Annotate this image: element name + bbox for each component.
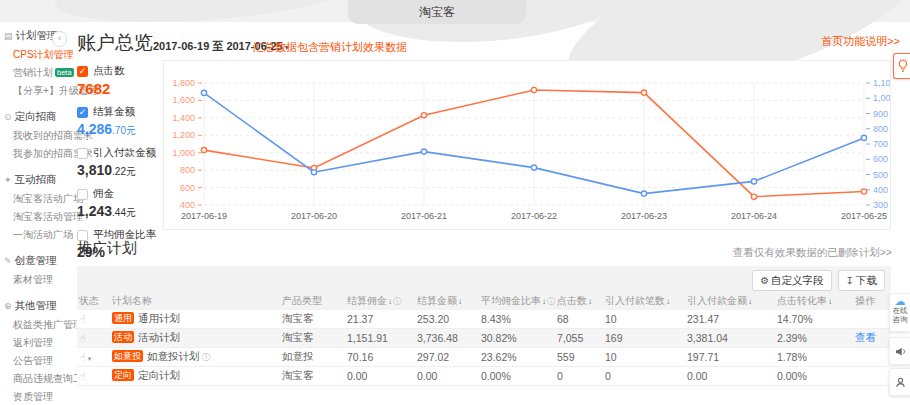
home-help-link[interactable]: 首页功能说明>> bbox=[821, 34, 900, 49]
sidebar-item-activity-plaza[interactable]: 淘宝客活动广场 bbox=[0, 190, 70, 208]
plans-table-body: ☝ 通用通用计划 淘宝客 21.37 253.20 8.43% 68 10 23… bbox=[77, 310, 891, 386]
col-click-cvr[interactable]: 点击转化率↓ bbox=[777, 294, 855, 308]
sidebar-item-joined-requests[interactable]: 我参加的招商需求 bbox=[0, 145, 70, 163]
svg-text:400: 400 bbox=[180, 200, 195, 210]
col-clicks[interactable]: 点击数↓ bbox=[557, 294, 605, 308]
plan-type-badge: 活动 bbox=[112, 331, 134, 343]
sidebar-item-rights-promo[interactable]: 权益类推广管理new bbox=[0, 316, 70, 334]
svg-text:2017-06-24: 2017-06-24 bbox=[731, 211, 777, 221]
metric-clicks-checkbox[interactable]: ✓点击数 bbox=[77, 64, 163, 78]
sidebar-section-creative[interactable]: ✎创意管理 bbox=[0, 251, 70, 271]
contact-person-widget[interactable] bbox=[889, 368, 910, 396]
sort-down-icon: ↓ bbox=[588, 297, 592, 306]
sort-down-icon: ↓ bbox=[666, 297, 670, 306]
metric-commission-checkbox[interactable]: 佣金 bbox=[77, 187, 163, 201]
info-icon: ⓘ bbox=[393, 297, 401, 306]
custom-fields-button[interactable]: ⚙自定义字段 bbox=[752, 270, 831, 291]
sidebar-collapse-icon[interactable]: ‹ bbox=[52, 31, 67, 47]
sidebar-item-rebate-manage[interactable]: 返利管理 bbox=[0, 334, 70, 352]
download-icon: ↧ bbox=[846, 275, 854, 286]
sidebar-section-interactive[interactable]: ✦互动招商 bbox=[0, 170, 70, 190]
sort-down-icon: ↓ bbox=[388, 297, 392, 306]
online-chat-widget[interactable]: ☁ 在线 咨询 bbox=[889, 293, 910, 332]
col-action: 操作 bbox=[855, 294, 891, 308]
hand-pointer-icon[interactable]: ☝ bbox=[79, 332, 86, 344]
info-icon: ⓘ bbox=[547, 297, 555, 306]
svg-text:1,600: 1,600 bbox=[172, 95, 195, 105]
metric-pay-amount-value: 3,810.22元 bbox=[77, 162, 163, 179]
sidebar-section-targeted[interactable]: ⊙定向招商 bbox=[0, 107, 70, 127]
checkbox-unchecked-icon bbox=[77, 148, 88, 159]
metric-settlement-amount: ✓结算金额 4,286.70元 bbox=[77, 105, 163, 138]
table-row: ☝▾ 如意投如意投计划ⓘ 如意投 70.16 297.02 23.62% 559… bbox=[77, 348, 891, 367]
plan-name: 活动计划 bbox=[138, 331, 180, 343]
svg-text:600: 600 bbox=[873, 154, 888, 164]
overview-chart-svg: 2017-06-192017-06-202017-06-212017-06-22… bbox=[164, 61, 890, 229]
sort-down-icon: ↓ bbox=[542, 297, 546, 306]
other-icon: ⊕ bbox=[4, 301, 12, 311]
download-button[interactable]: ↧下载 bbox=[838, 270, 885, 291]
svg-text:1,100: 1,100 bbox=[873, 78, 890, 88]
deleted-plans-link[interactable]: 查看仅有效果数据的已删除计划>> bbox=[733, 246, 892, 260]
person-icon bbox=[894, 376, 907, 389]
metric-pay-amount: 引入付款金额 3,810.22元 bbox=[77, 146, 163, 179]
tab-taobaoke[interactable]: 淘宝客 bbox=[348, 0, 526, 24]
svg-text:500: 500 bbox=[873, 170, 888, 180]
hand-pointer-icon[interactable]: ☝ bbox=[79, 370, 86, 382]
summary-note: 汇总数据包含营销计划效果数据 bbox=[253, 40, 407, 55]
hand-pointer-icon[interactable]: ☝ bbox=[79, 351, 86, 363]
svg-text:300: 300 bbox=[873, 200, 888, 210]
col-pay-amount[interactable]: 引入付款金额↓ bbox=[687, 294, 777, 308]
sidebar-item-marketing-plan[interactable]: 营销计划beta bbox=[0, 64, 70, 82]
svg-text:1,800: 1,800 bbox=[172, 78, 195, 88]
col-product-type: 产品类型 bbox=[282, 294, 347, 308]
checkbox-checked-icon: ✓ bbox=[77, 107, 88, 118]
col-settle-amount[interactable]: 结算金额↓ bbox=[417, 294, 481, 308]
svg-text:2017-06-23: 2017-06-23 bbox=[621, 211, 667, 221]
help-tip-widget[interactable] bbox=[893, 53, 910, 79]
sidebar-item-violation-tool[interactable]: 商品违规查询工具 bbox=[0, 370, 70, 388]
chevron-down-icon[interactable]: ▾ bbox=[88, 355, 92, 362]
plan-type-badge: 定向 bbox=[112, 369, 134, 381]
svg-text:1,000: 1,000 bbox=[873, 93, 890, 103]
svg-text:400: 400 bbox=[873, 185, 888, 195]
promo-section-title: 推广计划 bbox=[77, 239, 137, 258]
sidebar-item-cps-plan[interactable]: CPS计划管理 bbox=[0, 46, 70, 64]
view-link[interactable]: 查看 bbox=[855, 331, 876, 343]
sidebar-item-etao-plaza[interactable]: 一淘活动广场 bbox=[0, 226, 70, 244]
interact-icon: ✦ bbox=[4, 175, 12, 185]
metric-settlement-value: 4,286.70元 bbox=[77, 121, 163, 138]
sidebar-item-qualification-manage[interactable]: 资质管理 bbox=[0, 388, 70, 405]
sidebar-item-activity-manage[interactable]: 淘宝客活动管理 bbox=[0, 208, 70, 226]
svg-text:2017-06-20: 2017-06-20 bbox=[291, 211, 337, 221]
col-avg-rate[interactable]: 平均佣金比率↓ⓘ bbox=[481, 294, 557, 308]
checkbox-checked-icon: ✓ bbox=[77, 66, 88, 77]
svg-text:1,200: 1,200 bbox=[172, 130, 195, 140]
sidebar-item-announcement-manage[interactable]: 公告管理 bbox=[0, 352, 70, 370]
svg-text:2017-06-21: 2017-06-21 bbox=[401, 211, 447, 221]
table-toolbar: ⚙自定义字段 ↧下载 状态 计划名称 产品类型 结算佣金↓ⓘ 结算金额↓ 平均佣… bbox=[77, 266, 891, 310]
plan-name: 如意投计划 bbox=[147, 350, 200, 362]
announcement-widget[interactable] bbox=[889, 337, 910, 365]
lightbulb-icon bbox=[897, 58, 909, 74]
sidebar-section-other[interactable]: ⊕其他管理 bbox=[0, 296, 70, 316]
svg-text:1,000: 1,000 bbox=[172, 148, 195, 158]
target-icon: ⊙ bbox=[4, 112, 12, 122]
metric-settlement-checkbox[interactable]: ✓结算金额 bbox=[77, 105, 163, 119]
plan-name: 定向计划 bbox=[138, 369, 180, 381]
svg-text:2017-06-22: 2017-06-22 bbox=[511, 211, 557, 221]
sidebar-item-material-manage[interactable]: 素材管理 bbox=[0, 271, 70, 289]
hand-pointer-icon[interactable]: ☝ bbox=[79, 313, 86, 325]
info-icon[interactable]: ⓘ bbox=[202, 352, 211, 362]
sidebar-item-received-requests[interactable]: 我收到的招商需求 bbox=[0, 127, 70, 145]
sidebar-item-share-upgrade[interactable]: 【分享+】升级管理 bbox=[0, 82, 70, 100]
gear-icon: ⚙ bbox=[760, 275, 769, 286]
sidebar: ‹ ▤计划管理 CPS计划管理 营销计划beta 【分享+】升级管理 ⊙定向招商… bbox=[0, 22, 70, 405]
metric-commission-value: 1,243.44元 bbox=[77, 203, 163, 220]
metric-pay-amount-checkbox[interactable]: 引入付款金额 bbox=[77, 146, 163, 160]
svg-text:1,400: 1,400 bbox=[172, 113, 195, 123]
metric-clicks-value: 7682 bbox=[77, 80, 163, 97]
col-settle-commission[interactable]: 结算佣金↓ⓘ bbox=[347, 294, 417, 308]
metric-clicks: ✓点击数 7682 bbox=[77, 64, 163, 97]
col-pay-orders[interactable]: 引入付款笔数↓ bbox=[605, 294, 687, 308]
